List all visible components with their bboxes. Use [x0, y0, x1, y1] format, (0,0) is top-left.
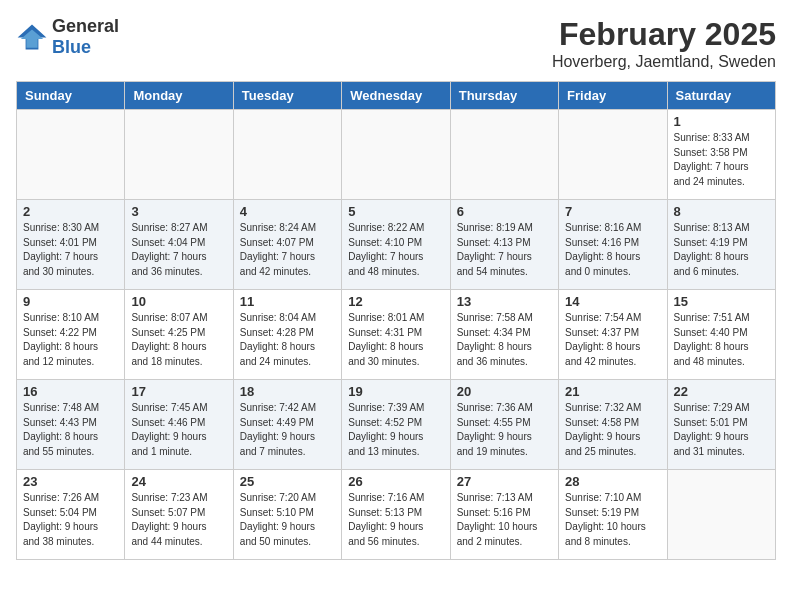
calendar-cell: 21Sunrise: 7:32 AM Sunset: 4:58 PM Dayli… [559, 380, 667, 470]
day-number: 13 [457, 294, 552, 309]
day-number: 18 [240, 384, 335, 399]
day-number: 16 [23, 384, 118, 399]
calendar-cell [667, 470, 775, 560]
calendar-cell [450, 110, 558, 200]
day-header-friday: Friday [559, 82, 667, 110]
calendar-week-2: 9Sunrise: 8:10 AM Sunset: 4:22 PM Daylig… [17, 290, 776, 380]
calendar-week-0: 1Sunrise: 8:33 AM Sunset: 3:58 PM Daylig… [17, 110, 776, 200]
calendar-cell: 5Sunrise: 8:22 AM Sunset: 4:10 PM Daylig… [342, 200, 450, 290]
day-number: 8 [674, 204, 769, 219]
day-info: Sunrise: 7:16 AM Sunset: 5:13 PM Dayligh… [348, 491, 443, 549]
day-header-thursday: Thursday [450, 82, 558, 110]
day-info: Sunrise: 7:48 AM Sunset: 4:43 PM Dayligh… [23, 401, 118, 459]
day-number: 19 [348, 384, 443, 399]
day-info: Sunrise: 7:39 AM Sunset: 4:52 PM Dayligh… [348, 401, 443, 459]
logo-text: General Blue [52, 16, 119, 58]
calendar-cell: 19Sunrise: 7:39 AM Sunset: 4:52 PM Dayli… [342, 380, 450, 470]
calendar-cell: 11Sunrise: 8:04 AM Sunset: 4:28 PM Dayli… [233, 290, 341, 380]
calendar-cell: 10Sunrise: 8:07 AM Sunset: 4:25 PM Dayli… [125, 290, 233, 380]
page-header: General Blue February 2025 Hoverberg, Ja… [16, 16, 776, 71]
calendar-cell: 20Sunrise: 7:36 AM Sunset: 4:55 PM Dayli… [450, 380, 558, 470]
calendar-cell: 14Sunrise: 7:54 AM Sunset: 4:37 PM Dayli… [559, 290, 667, 380]
day-info: Sunrise: 8:10 AM Sunset: 4:22 PM Dayligh… [23, 311, 118, 369]
calendar-cell: 25Sunrise: 7:20 AM Sunset: 5:10 PM Dayli… [233, 470, 341, 560]
day-number: 25 [240, 474, 335, 489]
calendar-week-1: 2Sunrise: 8:30 AM Sunset: 4:01 PM Daylig… [17, 200, 776, 290]
day-info: Sunrise: 8:24 AM Sunset: 4:07 PM Dayligh… [240, 221, 335, 279]
day-number: 15 [674, 294, 769, 309]
day-info: Sunrise: 7:13 AM Sunset: 5:16 PM Dayligh… [457, 491, 552, 549]
calendar-cell: 6Sunrise: 8:19 AM Sunset: 4:13 PM Daylig… [450, 200, 558, 290]
calendar-cell [17, 110, 125, 200]
day-info: Sunrise: 7:36 AM Sunset: 4:55 PM Dayligh… [457, 401, 552, 459]
day-number: 26 [348, 474, 443, 489]
day-info: Sunrise: 7:42 AM Sunset: 4:49 PM Dayligh… [240, 401, 335, 459]
logo-general: General [52, 16, 119, 36]
day-number: 10 [131, 294, 226, 309]
calendar-cell: 9Sunrise: 8:10 AM Sunset: 4:22 PM Daylig… [17, 290, 125, 380]
day-info: Sunrise: 7:20 AM Sunset: 5:10 PM Dayligh… [240, 491, 335, 549]
calendar-cell: 18Sunrise: 7:42 AM Sunset: 4:49 PM Dayli… [233, 380, 341, 470]
day-info: Sunrise: 8:19 AM Sunset: 4:13 PM Dayligh… [457, 221, 552, 279]
calendar-cell [559, 110, 667, 200]
day-number: 24 [131, 474, 226, 489]
day-number: 7 [565, 204, 660, 219]
calendar-cell: 8Sunrise: 8:13 AM Sunset: 4:19 PM Daylig… [667, 200, 775, 290]
calendar-cell: 1Sunrise: 8:33 AM Sunset: 3:58 PM Daylig… [667, 110, 775, 200]
day-number: 12 [348, 294, 443, 309]
day-info: Sunrise: 8:04 AM Sunset: 4:28 PM Dayligh… [240, 311, 335, 369]
day-number: 9 [23, 294, 118, 309]
calendar-week-4: 23Sunrise: 7:26 AM Sunset: 5:04 PM Dayli… [17, 470, 776, 560]
day-number: 11 [240, 294, 335, 309]
calendar-cell: 23Sunrise: 7:26 AM Sunset: 5:04 PM Dayli… [17, 470, 125, 560]
day-info: Sunrise: 7:29 AM Sunset: 5:01 PM Dayligh… [674, 401, 769, 459]
day-info: Sunrise: 7:45 AM Sunset: 4:46 PM Dayligh… [131, 401, 226, 459]
day-number: 5 [348, 204, 443, 219]
calendar-table: SundayMondayTuesdayWednesdayThursdayFrid… [16, 81, 776, 560]
day-header-saturday: Saturday [667, 82, 775, 110]
day-header-tuesday: Tuesday [233, 82, 341, 110]
day-info: Sunrise: 8:27 AM Sunset: 4:04 PM Dayligh… [131, 221, 226, 279]
calendar-cell: 15Sunrise: 7:51 AM Sunset: 4:40 PM Dayli… [667, 290, 775, 380]
day-info: Sunrise: 8:07 AM Sunset: 4:25 PM Dayligh… [131, 311, 226, 369]
calendar-cell: 13Sunrise: 7:58 AM Sunset: 4:34 PM Dayli… [450, 290, 558, 380]
calendar-cell: 27Sunrise: 7:13 AM Sunset: 5:16 PM Dayli… [450, 470, 558, 560]
calendar-header-row: SundayMondayTuesdayWednesdayThursdayFrid… [17, 82, 776, 110]
day-number: 21 [565, 384, 660, 399]
calendar-cell: 28Sunrise: 7:10 AM Sunset: 5:19 PM Dayli… [559, 470, 667, 560]
day-number: 23 [23, 474, 118, 489]
day-number: 3 [131, 204, 226, 219]
calendar-cell: 26Sunrise: 7:16 AM Sunset: 5:13 PM Dayli… [342, 470, 450, 560]
day-number: 1 [674, 114, 769, 129]
day-info: Sunrise: 8:30 AM Sunset: 4:01 PM Dayligh… [23, 221, 118, 279]
main-title: February 2025 [552, 16, 776, 53]
day-number: 4 [240, 204, 335, 219]
day-info: Sunrise: 7:26 AM Sunset: 5:04 PM Dayligh… [23, 491, 118, 549]
calendar-cell [342, 110, 450, 200]
calendar-cell: 3Sunrise: 8:27 AM Sunset: 4:04 PM Daylig… [125, 200, 233, 290]
day-info: Sunrise: 8:33 AM Sunset: 3:58 PM Dayligh… [674, 131, 769, 189]
calendar-cell [233, 110, 341, 200]
day-number: 27 [457, 474, 552, 489]
calendar-cell: 12Sunrise: 8:01 AM Sunset: 4:31 PM Dayli… [342, 290, 450, 380]
logo-blue: Blue [52, 37, 91, 57]
day-number: 2 [23, 204, 118, 219]
calendar-cell: 17Sunrise: 7:45 AM Sunset: 4:46 PM Dayli… [125, 380, 233, 470]
logo-icon [16, 23, 48, 51]
calendar-cell: 22Sunrise: 7:29 AM Sunset: 5:01 PM Dayli… [667, 380, 775, 470]
day-info: Sunrise: 8:16 AM Sunset: 4:16 PM Dayligh… [565, 221, 660, 279]
day-number: 6 [457, 204, 552, 219]
day-info: Sunrise: 7:51 AM Sunset: 4:40 PM Dayligh… [674, 311, 769, 369]
day-header-sunday: Sunday [17, 82, 125, 110]
day-info: Sunrise: 7:58 AM Sunset: 4:34 PM Dayligh… [457, 311, 552, 369]
day-info: Sunrise: 8:22 AM Sunset: 4:10 PM Dayligh… [348, 221, 443, 279]
day-info: Sunrise: 8:01 AM Sunset: 4:31 PM Dayligh… [348, 311, 443, 369]
day-info: Sunrise: 7:32 AM Sunset: 4:58 PM Dayligh… [565, 401, 660, 459]
day-header-monday: Monday [125, 82, 233, 110]
day-header-wednesday: Wednesday [342, 82, 450, 110]
day-number: 22 [674, 384, 769, 399]
day-info: Sunrise: 8:13 AM Sunset: 4:19 PM Dayligh… [674, 221, 769, 279]
calendar-cell [125, 110, 233, 200]
calendar-cell: 24Sunrise: 7:23 AM Sunset: 5:07 PM Dayli… [125, 470, 233, 560]
calendar-cell: 16Sunrise: 7:48 AM Sunset: 4:43 PM Dayli… [17, 380, 125, 470]
